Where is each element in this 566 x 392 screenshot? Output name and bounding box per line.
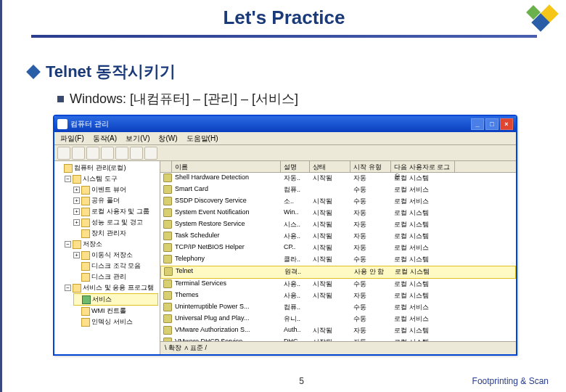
- expand-icon[interactable]: +: [73, 252, 80, 258]
- tree-item[interactable]: +성능 로그 및 경고: [73, 217, 158, 228]
- service-row[interactable]: SSDP Discovery Service소..시작됨수동로컬 서비스: [160, 196, 516, 208]
- title-band: Let's Practice: [2, 0, 566, 35]
- service-cell: 자동: [350, 173, 391, 184]
- service-cell: 자동: [350, 232, 391, 242]
- tree-item[interactable]: −저장소: [65, 239, 158, 250]
- maximize-button[interactable]: □: [485, 118, 499, 130]
- service-row[interactable]: Task Scheduler사용..시작됨자동로컬 시스템: [160, 231, 516, 242]
- service-row[interactable]: Universal Plug and Play...유니..수동로컬 서비스: [160, 314, 516, 325]
- window-titlebar[interactable]: 컴퓨터 관리 _ □ ×: [54, 116, 516, 132]
- column-header[interactable]: 다음 사용자로 로그온: [391, 161, 455, 172]
- service-row[interactable]: Terminal Services사용..시작됨수동로컬 시스템: [160, 279, 516, 290]
- menu-item[interactable]: 도움말(H): [184, 134, 221, 144]
- tree-item[interactable]: 장치 관리자: [73, 228, 158, 239]
- service-cell: Task Scheduler: [172, 232, 281, 242]
- tree-item[interactable]: 디스크 조각 모음: [73, 261, 158, 271]
- service-row[interactable]: Telephony클라..시작됨수동로컬 시스템: [160, 254, 516, 266]
- service-cell: 수동: [350, 279, 391, 290]
- service-row[interactable]: Smart Card컴퓨..수동로컬 서비스: [160, 184, 516, 196]
- service-cell: 시작됨: [310, 279, 350, 290]
- service-icon: [163, 185, 172, 194]
- view-tabs[interactable]: \ 확장 ∧ 표준 /: [160, 341, 516, 354]
- toolbar-back-button[interactable]: [57, 147, 70, 160]
- folder-icon: [81, 219, 90, 227]
- tree-item[interactable]: +공유 폴더: [73, 195, 158, 206]
- folder-icon: [73, 175, 81, 184]
- service-cell: Win..: [281, 208, 310, 219]
- service-cell: 자동: [350, 291, 391, 301]
- menu-item[interactable]: 창(W): [155, 134, 180, 144]
- service-cell: Shell Hardware Detection: [172, 173, 281, 184]
- expand-icon[interactable]: +: [73, 197, 80, 204]
- column-header[interactable]: 설명: [281, 161, 310, 172]
- service-cell: Uninterruptible Power S...: [172, 303, 281, 313]
- service-icon: [163, 197, 172, 205]
- service-row[interactable]: VMware Authorization S...Auth..시작됨자동로컬 시…: [160, 325, 516, 337]
- tree-item[interactable]: +로컬 사용자 및 그룹: [73, 206, 158, 217]
- service-cell: [160, 291, 172, 301]
- service-cell: 로컬 서비스: [391, 314, 455, 324]
- close-button[interactable]: ×: [500, 118, 513, 130]
- tree-item[interactable]: WMI 컨트롤: [73, 306, 158, 317]
- service-cell: 로컬 시스템: [391, 291, 455, 301]
- service-row[interactable]: TCP/IP NetBIOS HelperCP..시작됨자동로컬 서비스: [160, 242, 516, 254]
- expand-icon[interactable]: +: [73, 187, 80, 193]
- services-pane[interactable]: 이름설명상태시작 유형다음 사용자로 로그온 Shell Hardware De…: [160, 161, 516, 354]
- service-row[interactable]: Telnet원격..사용 안 함로컬 시스템: [160, 266, 516, 279]
- service-cell: 클라..: [281, 255, 310, 265]
- service-row[interactable]: System Restore Service시스..시작됨자동로컬 시스템: [160, 219, 516, 231]
- service-cell: [310, 185, 350, 195]
- minimize-button[interactable]: _: [471, 118, 484, 130]
- service-cell: 로컬 시스템: [392, 267, 456, 277]
- toolbar-refresh-button[interactable]: [115, 147, 128, 160]
- tree-item[interactable]: 인덱싱 서비스: [73, 317, 158, 327]
- toolbar-export-button[interactable]: [130, 147, 143, 160]
- menu-item[interactable]: 파일(F): [57, 134, 87, 144]
- column-header[interactable]: 이름: [172, 161, 281, 172]
- service-icon: [163, 243, 172, 252]
- bullet-level-2: Windows: [내컴퓨터] – [관리] – [서비스]: [57, 90, 537, 107]
- service-cell: 사용..: [281, 232, 310, 242]
- service-row[interactable]: Shell Hardware Detection자동..시작됨자동로컬 시스템: [160, 173, 516, 184]
- tree-item[interactable]: 서비스: [73, 293, 158, 306]
- expand-icon[interactable]: +: [73, 208, 80, 215]
- toolbar-properties-button[interactable]: [101, 147, 114, 160]
- service-cell: System Restore Service: [172, 220, 281, 230]
- service-row[interactable]: Themes사용..시작됨자동로컬 시스템: [160, 290, 516, 302]
- service-cell: [160, 243, 172, 253]
- tree-item[interactable]: 컴퓨터 관리(로컬): [56, 163, 158, 173]
- menu-item[interactable]: 동작(A): [90, 134, 120, 144]
- diamond-bullet-icon: [26, 65, 41, 79]
- toolbar: [54, 145, 516, 161]
- tree-item[interactable]: +이벤트 뷰어: [73, 184, 158, 195]
- tree-item[interactable]: 디스크 관리: [73, 271, 158, 282]
- tree-item[interactable]: −시스템 도구: [65, 173, 158, 184]
- services-list[interactable]: Shell Hardware Detection자동..시작됨자동로컬 시스템S…: [160, 173, 516, 354]
- bullet1-text: Telnet 동작시키기: [46, 61, 176, 83]
- service-cell: [160, 255, 172, 265]
- column-header[interactable]: 시작 유형: [350, 161, 391, 172]
- service-cell: VMware Authorization S...: [172, 326, 281, 336]
- service-cell: 로컬 시스템: [391, 279, 455, 290]
- expand-icon[interactable]: −: [65, 285, 71, 291]
- folder-icon: [81, 262, 90, 271]
- footer-text: Footprinting & Scan: [472, 376, 549, 386]
- tree-label: 서비스: [92, 295, 112, 304]
- toolbar-help-button[interactable]: [144, 147, 157, 160]
- tree-item[interactable]: +이동식 저장소: [73, 250, 158, 261]
- expand-icon[interactable]: −: [65, 241, 71, 248]
- tree-label: 컴퓨터 관리(로컬): [74, 163, 126, 173]
- toolbar-up-button[interactable]: [86, 147, 99, 160]
- toolbar-forward-button[interactable]: [72, 147, 85, 160]
- expand-icon[interactable]: −: [65, 176, 71, 182]
- tree-item[interactable]: −서비스 및 응용 프로그램: [65, 282, 158, 293]
- menu-item[interactable]: 보기(V): [123, 134, 152, 144]
- expand-icon[interactable]: +: [73, 219, 80, 226]
- column-header[interactable]: 상태: [310, 161, 350, 172]
- service-row[interactable]: Uninterruptible Power S...컴퓨..수동로컬 서비스: [160, 302, 516, 314]
- service-cell: 유니..: [281, 314, 310, 324]
- service-row[interactable]: System Event NotificationWin..시작됨자동로컬 시스…: [160, 208, 516, 219]
- service-cell: SSDP Discovery Service: [172, 197, 281, 207]
- tree-pane[interactable]: 컴퓨터 관리(로컬)−시스템 도구+이벤트 뷰어+공유 폴더+로컬 사용자 및 …: [54, 161, 160, 354]
- column-header[interactable]: [160, 161, 172, 172]
